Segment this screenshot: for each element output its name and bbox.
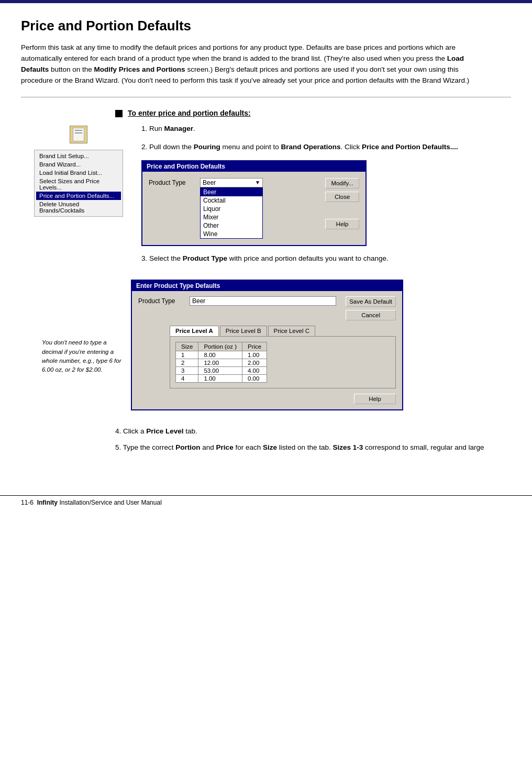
step-3: 3. Select the Product Type with price an… bbox=[141, 253, 511, 264]
col-header-portion: Portion (oz ) bbox=[198, 342, 242, 351]
footer: 11-6 Infinity Installation/Service and U… bbox=[0, 495, 532, 509]
ppd-help-button[interactable]: Help bbox=[325, 219, 359, 229]
cell-size: 4 bbox=[176, 375, 198, 383]
ppd-list-liquor[interactable]: Liquor bbox=[201, 205, 262, 213]
intro-paragraph: Perform this task at any time to modify … bbox=[21, 42, 492, 86]
step-2: 2. Pull down the Pouring menu and point … bbox=[141, 142, 511, 153]
ppd-dialog: Price and Portion Defaults Product Type … bbox=[141, 160, 367, 246]
col-header-price: Price bbox=[242, 342, 267, 351]
tab-price-level-c[interactable]: Price Level C bbox=[268, 326, 315, 336]
eptd-product-type-field[interactable]: Beer bbox=[190, 296, 336, 306]
cell-size: 2 bbox=[176, 359, 198, 367]
eptd-main: Product Type Beer bbox=[138, 296, 346, 310]
manager-icon bbox=[70, 126, 87, 143]
tabs-row: Price Level A Price Level B Price Level … bbox=[170, 326, 396, 336]
tab-content-area: Size Portion (oz ) Price 18.001.00212.00… bbox=[170, 336, 396, 388]
menu-item-price-portion: Price and Portion Defaults... bbox=[36, 192, 121, 200]
ppd-left: Product Type Beer ▼ Beer Cocktail Liquor bbox=[149, 178, 320, 239]
eptd-help-button[interactable]: Help bbox=[354, 394, 396, 404]
table-row: 41.000.00 bbox=[176, 375, 267, 383]
eptd-outer-row: You don't need to type a decimal if you'… bbox=[37, 275, 511, 418]
menu-item-delete-unused: Delete Unused Brands/Cocktails bbox=[36, 200, 121, 215]
steps-area: Brand List Setup... Brand Wizard... Load… bbox=[21, 124, 511, 272]
table-row: 18.001.00 bbox=[176, 351, 267, 359]
icon-inner bbox=[73, 128, 84, 141]
section-divider bbox=[21, 97, 511, 97]
tab-price-level-a[interactable]: Price Level A bbox=[170, 326, 219, 336]
tab-price-level-b[interactable]: Price Level B bbox=[220, 326, 267, 336]
ppd-title-bar: Price and Portion Defaults bbox=[142, 161, 365, 172]
bullet-icon bbox=[115, 110, 123, 117]
ppd-list-cocktail[interactable]: Cocktail bbox=[201, 196, 262, 205]
eptd-title-bar: Enter Product Type Defaults bbox=[132, 281, 402, 291]
eptd-field-row: Product Type Beer bbox=[138, 296, 346, 306]
eptd-cancel-button[interactable]: Cancel bbox=[346, 310, 396, 320]
cell-price: 4.00 bbox=[242, 367, 267, 375]
table-row: 353.004.00 bbox=[176, 367, 267, 375]
eptd-btn-col: Save As Default Cancel bbox=[346, 296, 396, 320]
cell-size: 3 bbox=[176, 367, 198, 375]
ppd-btn-col: Modify... Close Help bbox=[325, 178, 359, 239]
ppd-field-row: Product Type Beer ▼ bbox=[149, 178, 320, 187]
eptd-bottom-row: Help bbox=[138, 394, 396, 404]
ppd-product-type-dropdown[interactable]: Beer ▼ bbox=[200, 178, 263, 187]
step-1: 1. Run Manager. bbox=[141, 124, 511, 135]
cell-portion: 1.00 bbox=[198, 375, 242, 383]
eptd-dialog-body: Product Type Beer Save As Default Cancel… bbox=[132, 291, 402, 409]
page-title: Price and Portion Defaults bbox=[21, 18, 511, 34]
cell-price: 0.00 bbox=[242, 375, 267, 383]
cell-portion: 12.00 bbox=[198, 359, 242, 367]
ppd-content-row: Product Type Beer ▼ Beer Cocktail Liquor bbox=[149, 178, 359, 239]
eptd-area: Enter Product Type Defaults Product Type… bbox=[131, 275, 511, 418]
cell-portion: 53.00 bbox=[198, 367, 242, 375]
ppd-modify-button[interactable]: Modify... bbox=[325, 178, 359, 188]
menu-item-brand-wizard: Brand Wizard... bbox=[36, 160, 121, 169]
menu-item-select-sizes: Select Sizes and Price Levels... bbox=[36, 177, 121, 192]
ppd-list-mixer[interactable]: Mixer bbox=[201, 213, 262, 221]
col-header-size: Size bbox=[176, 342, 198, 351]
ppd-close-button[interactable]: Close bbox=[325, 192, 359, 202]
ppd-list-beer[interactable]: Beer bbox=[201, 188, 262, 196]
dropdown-arrow-icon: ▼ bbox=[255, 180, 260, 185]
cell-portion: 8.00 bbox=[198, 351, 242, 359]
table-row: 212.002.00 bbox=[176, 359, 267, 367]
eptd-dialog: Enter Product Type Defaults Product Type… bbox=[131, 280, 403, 410]
menu-screenshot: Brand List Setup... Brand Wizard... Load… bbox=[34, 150, 123, 217]
eptd-save-button[interactable]: Save As Default bbox=[346, 296, 396, 307]
step-5: 5. Type the correct Portion and Price fo… bbox=[115, 442, 511, 453]
eptd-top: Product Type Beer Save As Default Cancel bbox=[138, 296, 396, 320]
ppd-dialog-body: Product Type Beer ▼ Beer Cocktail Liquor bbox=[142, 172, 365, 245]
menu-item-load-initial: Load Initial Brand List... bbox=[36, 169, 121, 177]
left-column: Brand List Setup... Brand Wizard... Load… bbox=[21, 124, 136, 272]
ppd-dropdown-list: Beer Cocktail Liquor Mixer Other Wine bbox=[200, 187, 263, 239]
menu-item-brand-list: Brand List Setup... bbox=[36, 152, 121, 160]
right-column: 1. Run Manager. 2. Pull down the Pouring… bbox=[136, 124, 511, 272]
step-4: 4. Click a Price Level tab. bbox=[115, 426, 511, 437]
cell-price: 2.00 bbox=[242, 359, 267, 367]
ppd-list-other[interactable]: Other bbox=[201, 221, 262, 230]
task-header: To enter price and portion defaults: bbox=[115, 109, 511, 117]
cell-price: 1.00 bbox=[242, 351, 267, 359]
task-title-label: To enter price and portion defaults: bbox=[128, 109, 251, 117]
left-note: You don't need to type a decimal if you'… bbox=[37, 275, 126, 374]
ppd-list-wine[interactable]: Wine bbox=[201, 230, 262, 238]
price-table: Size Portion (oz ) Price 18.001.00212.00… bbox=[175, 342, 267, 383]
cell-size: 1 bbox=[176, 351, 198, 359]
